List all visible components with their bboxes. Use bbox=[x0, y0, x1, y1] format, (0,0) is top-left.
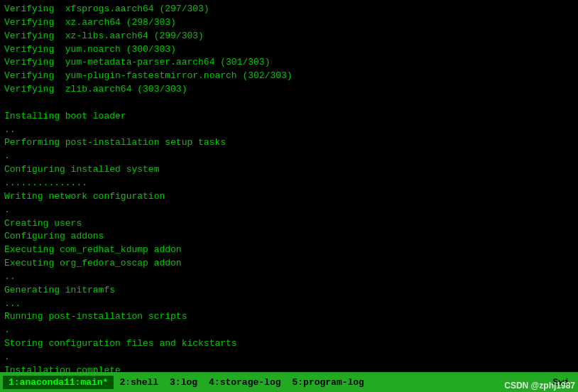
tab-shell[interactable]: 2:shell bbox=[114, 376, 164, 389]
status-bar: 1:anaconda11:main* 2:shell 3:log 4:stora… bbox=[0, 372, 578, 392]
terminal-output: Verifying xfsprogs.aarch64 (297/303) Ver… bbox=[0, 0, 578, 372]
watermark-text: CSDN @zphj1987 bbox=[504, 381, 575, 391]
tab-bar: 1:anaconda11:main* 2:shell 3:log 4:stora… bbox=[3, 376, 575, 389]
tab-storage-log[interactable]: 4:storage-log bbox=[203, 376, 286, 389]
tab-anaconda[interactable]: 1:anaconda11:main* bbox=[3, 376, 114, 389]
tab-program-log[interactable]: 5:program-log bbox=[286, 376, 369, 389]
tab-log[interactable]: 3:log bbox=[164, 376, 203, 389]
terminal-text: Verifying xfsprogs.aarch64 (297/303) Ver… bbox=[4, 3, 574, 372]
